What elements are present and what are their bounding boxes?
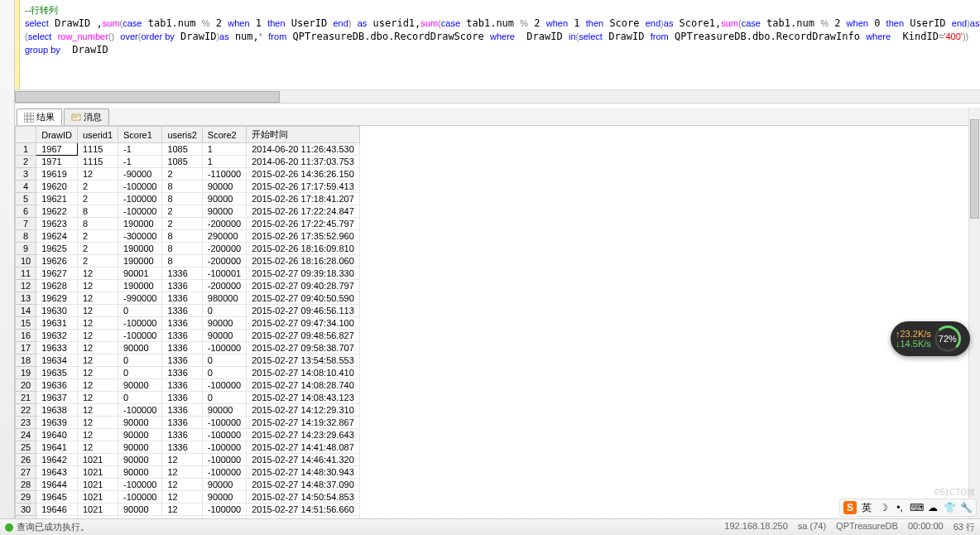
table-row[interactable]: 151963112-1000001336900002015-02-27 09:4… (16, 317, 360, 330)
cell[interactable]: 190000 (118, 218, 162, 230)
table-row[interactable]: 261964210219000012-1000002015-02-27 14:4… (16, 454, 360, 466)
hscroll-thumb[interactable] (15, 91, 280, 103)
cell[interactable]: 12 (77, 404, 118, 417)
row-number[interactable]: 19 (16, 367, 36, 379)
cell[interactable]: 980000 (202, 292, 246, 305)
cell[interactable]: 19639 (36, 417, 78, 429)
cell[interactable]: 12 (162, 479, 202, 491)
cell[interactable]: 19619 (36, 168, 78, 181)
row-number[interactable]: 6 (16, 205, 36, 218)
cell[interactable]: 1021 (77, 479, 118, 491)
row-number[interactable]: 5 (16, 193, 36, 205)
cell[interactable]: 90000 (202, 317, 246, 330)
cell[interactable]: 1336 (162, 354, 202, 367)
table-row[interactable]: 6196228-1000002900002015-02-26 17:22:24.… (16, 205, 360, 218)
cell[interactable]: 1336 (162, 429, 202, 441)
cell[interactable]: 0 (202, 305, 246, 317)
cell[interactable]: 2015-02-27 09:47:34.100 (247, 317, 360, 330)
table-row[interactable]: 219711115-1108512014-06-20 11:37:03.753 (16, 156, 360, 168)
cell[interactable]: 1 (202, 156, 246, 168)
cell[interactable]: 190000 (118, 243, 162, 255)
cell[interactable]: 90000 (118, 454, 162, 466)
cell[interactable]: 190000 (118, 280, 162, 292)
table-row[interactable]: 231963912900001336-1000002015-02-27 14:1… (16, 417, 360, 429)
cell[interactable]: 0 (118, 305, 162, 317)
cell[interactable]: 2015-02-27 14:23:29.643 (247, 429, 360, 441)
cell[interactable]: 90000 (118, 417, 162, 429)
cell[interactable]: 2 (77, 255, 118, 268)
cell[interactable]: 90000 (118, 504, 162, 516)
row-number[interactable]: 8 (16, 230, 36, 243)
row-number[interactable]: 30 (16, 504, 36, 516)
cell[interactable]: 19645 (36, 491, 78, 504)
cell[interactable]: 1336 (162, 367, 202, 379)
row-number[interactable]: 7 (16, 218, 36, 230)
network-widget[interactable]: ↑23.2K/s ↓14.5K/s 72% (891, 321, 970, 356)
sql-editor[interactable]: --行转列 select DrawID ,sum(case tab1.num %… (15, 0, 980, 104)
table-row[interactable]: 251964112900001336-1000002015-02-27 14:4… (16, 441, 360, 454)
cell[interactable]: 12 (77, 305, 118, 317)
cell[interactable]: 1085 (162, 156, 202, 168)
cell[interactable]: 1115 (77, 143, 118, 156)
table-row[interactable]: 241964012900001336-1000002015-02-27 14:2… (16, 429, 360, 441)
cell[interactable]: 2015-02-27 14:08:10.410 (247, 367, 360, 379)
cell[interactable]: -100000 (118, 330, 162, 342)
cell[interactable]: 12 (77, 292, 118, 305)
cell[interactable]: 19641 (36, 441, 78, 454)
cell[interactable]: 2015-02-27 14:50:54.853 (247, 491, 360, 504)
cell[interactable]: 19622 (36, 205, 78, 218)
cell[interactable]: 2015-02-26 18:16:09.810 (247, 243, 360, 255)
table-row[interactable]: 101962621900008-2000002015-02-26 18:16:2… (16, 255, 360, 268)
cell[interactable]: 19623 (36, 218, 78, 230)
table-row[interactable]: 2119637120133602015-02-27 14:08:43.123 (16, 392, 360, 404)
row-number[interactable]: 21 (16, 392, 36, 404)
ime-cloud-icon[interactable]: ☁ (926, 501, 939, 514)
cell[interactable]: 0 (118, 354, 162, 367)
cell[interactable]: 1336 (162, 342, 202, 354)
cell[interactable]: 2014-06-20 11:26:43.530 (247, 143, 360, 156)
cell[interactable]: 90000 (202, 181, 246, 193)
col-header[interactable]: Score2 (202, 127, 246, 143)
cell[interactable]: 12 (77, 280, 118, 292)
cell[interactable]: 90000 (202, 330, 246, 342)
cell[interactable]: 90000 (202, 404, 246, 417)
sql-text[interactable]: --行转列 select DrawID ,sum(case tab1.num %… (15, 0, 980, 60)
cell[interactable]: 2 (77, 230, 118, 243)
cell[interactable]: 2015-02-27 09:46:56.113 (247, 305, 360, 317)
row-number[interactable]: 27 (16, 466, 36, 479)
cell[interactable]: -200000 (202, 280, 246, 292)
cell[interactable]: 2015-02-26 17:18:41.207 (247, 193, 360, 205)
cell[interactable]: 19636 (36, 379, 78, 392)
cell[interactable]: 19642 (36, 454, 78, 466)
cell[interactable]: -100000 (202, 454, 246, 466)
cell[interactable]: 19628 (36, 280, 78, 292)
cell[interactable]: -100000 (118, 491, 162, 504)
cell[interactable]: 1021 (77, 454, 118, 466)
cell[interactable]: 19637 (36, 392, 78, 404)
cell[interactable]: 1336 (162, 404, 202, 417)
cell[interactable]: 12 (77, 392, 118, 404)
col-header[interactable]: Score1 (118, 127, 162, 143)
cell[interactable]: 2015-02-26 18:16:28.060 (247, 255, 360, 268)
table-row[interactable]: 8196242-30000082900002015-02-26 17:35:52… (16, 230, 360, 243)
cell[interactable]: 1 (202, 143, 246, 156)
row-number[interactable]: 4 (16, 181, 36, 193)
cell[interactable]: 8 (77, 205, 118, 218)
cell[interactable]: 19620 (36, 181, 78, 193)
row-number[interactable]: 29 (16, 491, 36, 504)
col-header[interactable]: useris2 (162, 127, 202, 143)
cell[interactable]: 12 (77, 317, 118, 330)
cell[interactable]: 12 (77, 367, 118, 379)
results-grid[interactable]: DrawIDuserid1Score1useris2Score2开始时间1196… (15, 126, 968, 518)
cell[interactable]: -200000 (202, 255, 246, 268)
cell[interactable]: -1 (118, 156, 162, 168)
cell[interactable]: 2015-02-26 17:22:45.797 (247, 218, 360, 230)
cell[interactable]: 1967 (36, 143, 78, 156)
cell[interactable]: 2 (162, 205, 202, 218)
cell[interactable]: 2015-02-27 14:48:37.090 (247, 479, 360, 491)
table-row[interactable]: 29196451021-10000012900002015-02-27 14:5… (16, 491, 360, 504)
cell[interactable]: 90000 (202, 193, 246, 205)
table-row[interactable]: 1219628121900001336-2000002015-02-27 09:… (16, 280, 360, 292)
cell[interactable]: 1336 (162, 379, 202, 392)
cell[interactable]: -100000 (118, 404, 162, 417)
